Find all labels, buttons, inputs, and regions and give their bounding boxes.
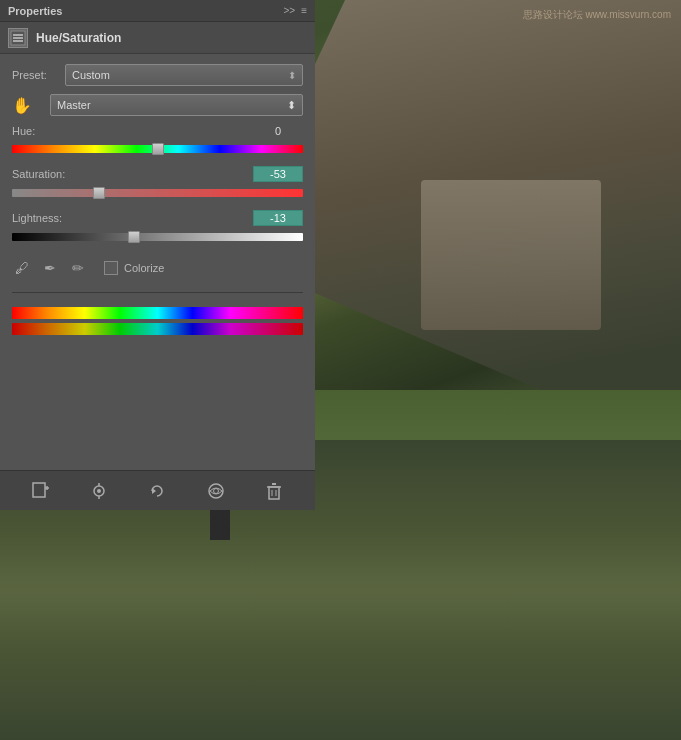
channel-arrow-icon: ⬍ — [287, 99, 296, 112]
preset-row: Preset: Custom ⬍ — [12, 64, 303, 86]
light-label: Lightness: — [12, 212, 62, 224]
channel-row: ✋ Master ⬍ — [12, 94, 303, 116]
menu-icon[interactable]: ≡ — [301, 5, 307, 16]
delete-icon[interactable] — [263, 480, 285, 502]
lightness-section: Lightness: -13 — [12, 210, 303, 246]
panel-header-icons: >> ≡ — [283, 5, 307, 16]
castle-area — [421, 180, 601, 330]
light-header: Lightness: -13 — [12, 210, 303, 226]
hue-track — [12, 145, 303, 153]
adj-title-text: Hue/Saturation — [36, 31, 121, 45]
panel-footer — [0, 470, 315, 510]
sat-thumb[interactable] — [93, 187, 105, 199]
svg-point-12 — [209, 484, 223, 498]
color-bar-bottom — [12, 323, 303, 335]
view-icon[interactable] — [205, 480, 227, 502]
color-bar-top — [12, 307, 303, 319]
colorize-row: Colorize — [104, 261, 164, 275]
preset-value: Custom — [72, 69, 110, 81]
panel-header: Properties >> ≡ — [0, 0, 315, 22]
svg-rect-1 — [13, 34, 23, 36]
reset-icon[interactable] — [146, 480, 168, 502]
hue-thumb[interactable] — [152, 143, 164, 155]
sat-value[interactable]: -53 — [253, 166, 303, 182]
adj-title-bar: Hue/Saturation — [0, 22, 315, 54]
eyedropper-plus-icon[interactable]: ✒ — [40, 258, 60, 278]
preset-dropdown[interactable]: Custom ⬍ — [65, 64, 303, 86]
add-mask-icon[interactable] — [30, 480, 52, 502]
preset-arrow-icon: ⬍ — [288, 70, 296, 81]
hue-header: Hue: 0 — [12, 124, 303, 138]
sat-track — [12, 189, 303, 197]
svg-point-13 — [213, 488, 218, 493]
hue-value[interactable]: 0 — [253, 124, 303, 138]
saturation-section: Saturation: -53 — [12, 166, 303, 202]
svg-rect-3 — [13, 40, 23, 42]
svg-rect-4 — [33, 483, 45, 497]
properties-panel: Properties >> ≡ Hue/Saturation Preset: C… — [0, 0, 315, 510]
channel-hand-icon: ✋ — [12, 96, 42, 115]
colorize-checkbox[interactable] — [104, 261, 118, 275]
light-track — [12, 233, 303, 241]
light-thumb[interactable] — [128, 231, 140, 243]
watermark: 思路设计论坛 www.missvurn.com — [523, 8, 671, 22]
panel-title: Properties — [8, 5, 62, 17]
tools-row: 🖋 ✒ ✏ Colorize — [12, 254, 303, 282]
hue-section: Hue: 0 — [12, 124, 303, 158]
light-value[interactable]: -13 — [253, 210, 303, 226]
svg-rect-14 — [269, 487, 279, 499]
hue-label: Hue: — [12, 125, 35, 137]
channel-dropdown[interactable]: Master ⬍ — [50, 94, 303, 116]
colorize-label: Colorize — [124, 262, 164, 274]
eyedropper-minus-icon[interactable]: ✏ — [68, 258, 88, 278]
light-slider-container[interactable] — [12, 228, 303, 246]
sat-header: Saturation: -53 — [12, 166, 303, 182]
preset-label: Preset: — [12, 69, 57, 81]
separator-1 — [12, 292, 303, 293]
color-bars — [12, 307, 303, 335]
expand-icon[interactable]: >> — [283, 5, 295, 16]
svg-point-8 — [97, 489, 101, 493]
eyedropper-icon[interactable]: 🖋 — [12, 258, 32, 278]
sat-slider-container[interactable] — [12, 184, 303, 202]
svg-rect-2 — [13, 37, 23, 39]
panel-content: Preset: Custom ⬍ ✋ Master ⬍ Hue: 0 — [0, 54, 315, 470]
adj-layer-icon — [8, 28, 28, 48]
sat-label: Saturation: — [12, 168, 65, 180]
svg-marker-11 — [152, 488, 156, 494]
channel-value: Master — [57, 99, 91, 111]
visibility-icon[interactable] — [88, 480, 110, 502]
hue-slider-container[interactable] — [12, 140, 303, 158]
